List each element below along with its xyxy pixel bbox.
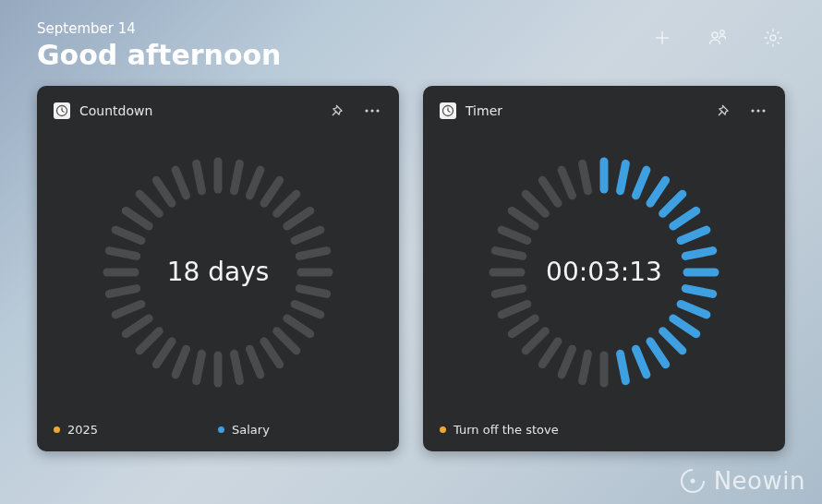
legend-label: Turn off the stove bbox=[453, 423, 559, 437]
pin-icon bbox=[328, 103, 344, 119]
svg-line-41 bbox=[175, 170, 186, 196]
svg-point-4 bbox=[770, 35, 776, 41]
legend-dot bbox=[440, 426, 446, 433]
svg-line-31 bbox=[139, 330, 159, 350]
svg-line-69 bbox=[526, 330, 545, 350]
svg-line-14 bbox=[264, 180, 280, 203]
card-header: Timer bbox=[440, 101, 768, 121]
svg-line-28 bbox=[197, 354, 202, 380]
account-button[interactable] bbox=[706, 26, 730, 50]
cards-row: Countdown 18 days 2025 Salary bbox=[0, 80, 822, 451]
svg-line-17 bbox=[295, 230, 320, 240]
svg-line-63 bbox=[635, 349, 646, 375]
person-icon bbox=[707, 28, 728, 48]
header-text: September 14 Good afternoon bbox=[37, 20, 281, 71]
svg-line-20 bbox=[299, 288, 326, 294]
more-button[interactable] bbox=[748, 101, 768, 121]
svg-point-8 bbox=[365, 109, 368, 112]
svg-line-72 bbox=[495, 288, 522, 294]
svg-line-67 bbox=[562, 349, 572, 375]
svg-line-58 bbox=[685, 288, 712, 294]
widgets-header: September 14 Good afternoon bbox=[0, 0, 822, 80]
svg-line-79 bbox=[562, 170, 572, 196]
svg-line-76 bbox=[512, 210, 535, 226]
svg-line-59 bbox=[681, 304, 707, 314]
svg-point-3 bbox=[720, 30, 724, 34]
svg-line-23 bbox=[277, 330, 296, 350]
svg-line-53 bbox=[663, 194, 683, 213]
svg-line-16 bbox=[287, 210, 310, 226]
svg-line-40 bbox=[156, 180, 172, 203]
card-header: Countdown bbox=[54, 101, 382, 121]
svg-line-13 bbox=[249, 170, 260, 196]
clock-app-icon bbox=[54, 102, 70, 119]
pin-button[interactable] bbox=[325, 101, 345, 121]
legend-item: 2025 bbox=[54, 423, 218, 437]
svg-line-77 bbox=[526, 194, 545, 213]
svg-line-32 bbox=[126, 318, 149, 334]
svg-line-26 bbox=[235, 354, 240, 380]
svg-line-36 bbox=[109, 250, 136, 256]
svg-line-56 bbox=[685, 250, 712, 256]
pin-button[interactable] bbox=[711, 101, 731, 121]
svg-line-64 bbox=[621, 354, 626, 380]
watermark: Neowin bbox=[679, 467, 805, 495]
svg-line-37 bbox=[115, 230, 141, 240]
watermark-icon bbox=[679, 467, 707, 495]
svg-line-75 bbox=[502, 230, 527, 240]
svg-line-68 bbox=[542, 341, 558, 364]
svg-line-42 bbox=[197, 163, 202, 190]
svg-line-25 bbox=[249, 349, 260, 375]
svg-line-80 bbox=[583, 163, 588, 190]
svg-line-70 bbox=[512, 318, 535, 334]
dial: 00:03:13 bbox=[484, 152, 724, 392]
card-title: Timer bbox=[465, 103, 695, 118]
svg-line-12 bbox=[235, 163, 240, 190]
svg-line-55 bbox=[681, 230, 707, 240]
dial-wrap: 00:03:13 bbox=[440, 121, 768, 423]
dial-wrap: 18 days bbox=[54, 121, 382, 423]
header-actions bbox=[650, 20, 785, 50]
watermark-text: Neowin bbox=[714, 467, 805, 495]
plus-icon bbox=[653, 29, 671, 47]
ellipsis-icon bbox=[750, 108, 767, 114]
svg-line-50 bbox=[621, 163, 626, 190]
clock-app-icon bbox=[440, 102, 456, 119]
svg-point-46 bbox=[751, 109, 754, 112]
svg-line-38 bbox=[126, 210, 149, 226]
countdown-card: Countdown 18 days 2025 Salary bbox=[37, 86, 399, 451]
svg-line-33 bbox=[115, 304, 141, 314]
svg-line-29 bbox=[175, 349, 186, 375]
svg-line-21 bbox=[295, 304, 320, 314]
svg-line-74 bbox=[495, 250, 522, 256]
timer-card: Timer 00:03:13 Turn off the stove bbox=[423, 86, 785, 451]
svg-line-52 bbox=[650, 180, 666, 203]
svg-line-15 bbox=[277, 194, 296, 213]
svg-line-60 bbox=[673, 318, 696, 334]
legend: Turn off the stove bbox=[440, 423, 768, 437]
svg-line-34 bbox=[109, 288, 136, 294]
more-button[interactable] bbox=[362, 101, 382, 121]
svg-point-2 bbox=[712, 32, 718, 38]
svg-point-9 bbox=[370, 109, 373, 112]
svg-line-71 bbox=[502, 304, 527, 314]
greeting: Good afternoon bbox=[37, 39, 281, 71]
svg-line-24 bbox=[264, 341, 280, 364]
add-button[interactable] bbox=[650, 26, 674, 50]
svg-line-22 bbox=[287, 318, 310, 334]
legend-label: Salary bbox=[232, 423, 270, 437]
svg-line-54 bbox=[673, 210, 696, 226]
legend-label: 2025 bbox=[67, 423, 98, 437]
svg-line-62 bbox=[650, 341, 666, 364]
card-title: Countdown bbox=[79, 103, 308, 118]
svg-line-30 bbox=[156, 341, 172, 364]
svg-line-61 bbox=[663, 330, 683, 350]
legend-dot bbox=[54, 426, 60, 433]
svg-point-47 bbox=[756, 109, 759, 112]
legend-item: Salary bbox=[218, 423, 382, 437]
legend: 2025 Salary bbox=[54, 423, 382, 437]
settings-button[interactable] bbox=[761, 26, 785, 50]
pin-icon bbox=[714, 103, 730, 119]
svg-line-39 bbox=[139, 194, 159, 213]
svg-line-78 bbox=[542, 180, 558, 203]
